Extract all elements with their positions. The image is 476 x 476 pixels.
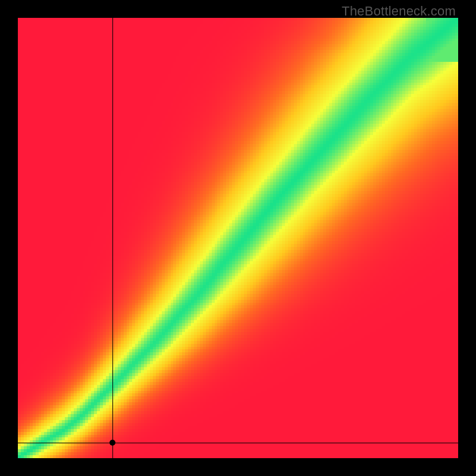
crosshair-vertical — [112, 18, 113, 458]
selection-marker — [109, 440, 115, 446]
heatmap-canvas — [18, 18, 458, 458]
plot-area — [18, 18, 458, 458]
chart-frame: TheBottleneck.com — [0, 0, 476, 476]
watermark-text: TheBottleneck.com — [342, 4, 456, 19]
crosshair-horizontal — [18, 443, 458, 443]
